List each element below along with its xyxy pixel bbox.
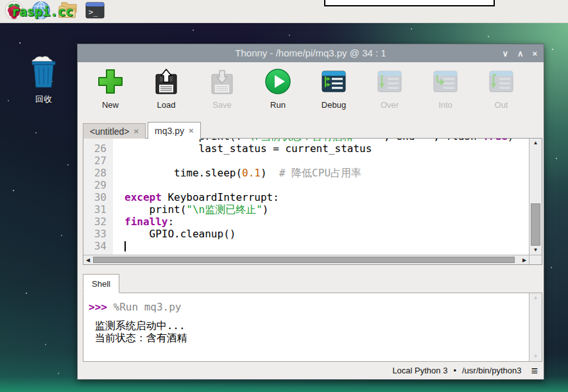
line-number: 31 [83,203,113,216]
shell-line: >>> %Run mq3.py [89,301,529,313]
editor-line: 34 [83,240,529,252]
starfield [0,23,1,24]
code-text[interactable]: except KeyboardInterrupt: [113,191,279,203]
code-text[interactable]: GPIO.cleanup() [113,228,236,240]
step-out-button[interactable]: Out [478,67,525,121]
window-titlebar[interactable]: Thonny - /home/pi/mq3.py @ 34 : 1 ∨ ∧ × [78,44,544,62]
desktop: >_ raspi.cc 回收 Thonny - /home/pi/m [0,0,568,392]
editor-line: 28 time.sleep(0.1) # 降低CPU占用率 [83,167,529,179]
scroll-right-icon[interactable]: ▶ [520,255,529,264]
pi-menu-button[interactable] [4,1,24,22]
step-into-icon [431,67,460,98]
scroll-up-icon[interactable]: ▲ [529,139,542,148]
shell-panel[interactable]: >>> %Run mq3.py 监测系统启动中... 当前状态：含有酒精 ▲ ▼ [83,293,542,362]
load-label: Load [157,100,176,110]
editor-line: 32finally: [83,216,529,228]
terminal-icon: >_ [85,2,105,21]
step-out-label: Out [495,100,508,110]
editor-line: 29 [83,179,529,191]
text-cursor [125,241,126,251]
scrollbar-corner [529,255,542,264]
editor-line: 31 print("\n监测已终止") [83,203,529,216]
folder-icon [58,2,78,21]
tab-close-icon[interactable]: × [134,126,139,136]
editor-tabbar: <untitled> × mq3.py × [83,121,542,139]
tab-untitled[interactable]: <untitled> × [83,123,146,139]
window-title: Thonny - /home/pi/mq3.py @ 34 : 1 [78,44,544,62]
trash-desktop-icon[interactable]: 回收 [24,54,63,105]
code-text[interactable]: print("\n监测已终止") [113,203,269,216]
horizontal-scroll-thumb[interactable] [93,257,515,263]
run-label: Run [270,100,286,110]
window-controls: ∨ ∧ × [502,44,537,62]
vertical-scroll-thumb[interactable] [531,203,540,245]
hamburger-menu-icon[interactable]: ≡ [531,365,538,377]
interpreter-path[interactable]: /usr/bin/python3 [462,366,522,375]
editor-horizontal-scrollbar[interactable]: ◀ ▶ [83,255,529,264]
tab-mq3[interactable]: mq3.py × [148,122,201,139]
statusbar-bullet: • [453,366,456,375]
step-into-button[interactable]: Into [422,67,469,121]
globe-icon [31,1,51,22]
thonny-window: Thonny - /home/pi/mq3.py @ 34 : 1 ∨ ∧ × … [77,44,544,380]
tab-mq3-label: mq3.py [155,126,184,136]
step-over-label: Over [381,100,399,110]
editor-line: 27 [83,155,529,167]
shell-line: 监测系统启动中... [89,320,529,332]
close-icon[interactable]: × [532,49,537,58]
run-button[interactable]: Run [254,67,302,121]
shell-tabbar: Shell [83,273,119,293]
line-number: 32 [83,216,113,228]
new-button[interactable]: New [87,67,134,121]
code-text[interactable]: time.sleep(0.1) # 降低CPU占用率 [113,167,361,179]
editor-line: 30except KeyboardInterrupt: [83,191,529,203]
step-out-icon [487,67,515,98]
new-file-icon [96,67,125,98]
load-button[interactable]: Load [142,67,190,121]
scroll-down-icon[interactable]: ▼ [529,246,542,255]
toolbar: New Load [78,62,544,121]
scroll-up-icon[interactable]: ▲ [529,293,542,302]
interpreter-name[interactable]: Local Python 3 [392,366,447,375]
run-icon [264,67,292,98]
code-text[interactable]: finally: [113,216,174,228]
save-label: Save [212,100,232,110]
code-text[interactable]: last_status = current_status [113,142,372,155]
shell-vertical-scrollbar[interactable]: ▲ ▼ [529,293,542,361]
scroll-left-icon[interactable]: ◀ [83,255,92,264]
code-text[interactable] [113,155,125,167]
code-text[interactable] [113,240,126,252]
shell-lines: >>> %Run mq3.py 监测系统启动中... 当前状态：含有酒精 [83,293,529,361]
line-number: 33 [83,228,113,240]
terminal-button[interactable]: >_ [85,1,105,22]
step-over-icon [375,67,404,98]
debug-button[interactable]: Debug [310,67,357,121]
browser-button[interactable] [31,1,51,22]
step-into-label: Into [438,100,452,110]
code-editor[interactable]: print(f"\r当前状态：含有酒精 ", end="", flush=Tru… [83,138,542,265]
new-label: New [102,100,119,110]
code-text[interactable] [113,179,125,191]
editor-line: 33 GPIO.cleanup() [83,228,529,240]
tab-shell[interactable]: Shell [83,274,119,293]
step-over-button[interactable]: Over [366,67,413,121]
debug-icon [320,67,348,98]
minimize-icon[interactable]: ∨ [502,49,508,58]
shell-line: 当前状态：含有酒精 [89,332,529,344]
trash-label: 回收 [24,94,63,105]
trash-can-icon [27,81,60,92]
line-number: 30 [83,191,113,203]
line-number: 26 [83,142,113,155]
save-button[interactable]: Save [198,67,246,121]
tab-close-icon[interactable]: × [189,126,194,135]
maximize-icon[interactable]: ∧ [517,49,524,58]
scroll-down-icon[interactable]: ▼ [529,352,542,361]
code-viewport[interactable]: print(f"\r当前状态：含有酒精 ", end="", flush=Tru… [83,139,529,255]
raspberry-pi-icon [4,1,24,22]
editor-vertical-scrollbar[interactable]: ▲ ▼ [529,139,542,255]
file-manager-button[interactable] [58,1,78,22]
line-number: 34 [83,240,113,252]
editor-lines: print(f"\r当前状态：含有酒精 ", end="", flush=Tru… [83,139,529,252]
tab-untitled-label: <untitled> [90,126,130,137]
debug-label: Debug [322,100,346,110]
